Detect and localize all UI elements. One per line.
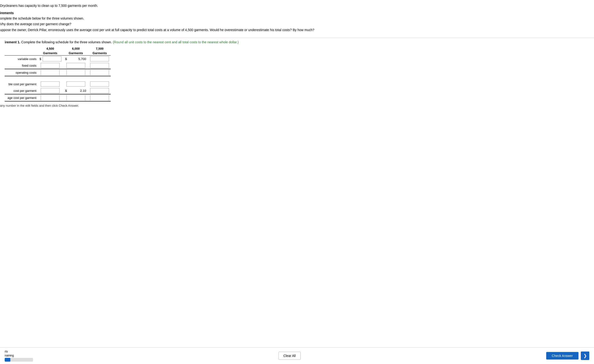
sub-header-row: Garments Garments Garments	[5, 51, 111, 56]
col-header-6000: 6,000	[63, 46, 89, 51]
intro-section: Drycleaners has capacity to clean up to …	[0, 3, 594, 10]
cell-variable-6000: $ 5,700	[63, 56, 89, 62]
cell-operating-6000	[63, 69, 89, 76]
bottom-right: Check Answer ❯	[546, 351, 589, 360]
progress-bar-container	[5, 358, 33, 362]
cell-fixed-7500	[89, 62, 111, 69]
row-label-variable: variable costs	[5, 56, 37, 62]
row-label-fixed: fixed costs	[5, 62, 37, 69]
cell-operating-4500	[37, 69, 63, 76]
input-variable-7500[interactable]	[90, 56, 109, 61]
cell-unit-average-4500	[37, 94, 63, 101]
cell-variable-4500: $	[37, 56, 63, 62]
check-answer-button[interactable]: Check Answer	[546, 352, 579, 359]
section-divider	[0, 38, 594, 38]
subheader-6000: Garments	[63, 51, 89, 56]
cell-unit-average-6000	[63, 94, 89, 101]
row-label-unit-average: age cost per garment	[5, 94, 37, 101]
table-container: 4,500 6,000 7,500 Garments Garments Garm…	[0, 46, 594, 101]
table-row-unit-fixed: cost per garment $ 2.10	[5, 87, 111, 94]
input-unit-average-4500[interactable]	[41, 95, 60, 100]
input-operating-7500[interactable]	[90, 70, 109, 75]
bottom-left: rts naining	[5, 350, 33, 362]
nav-arrow-icon: ❯	[583, 353, 587, 358]
col-header-4500: 4,500	[37, 46, 63, 51]
cell-unit-variable-4500	[37, 81, 63, 87]
nav-arrow-button[interactable]: ❯	[581, 351, 589, 360]
subheader-7500: Garments	[89, 51, 111, 56]
page-wrapper: Drycleaners has capacity to clean up to …	[0, 0, 594, 364]
input-unit-variable-6000[interactable]	[66, 81, 85, 87]
input-fixed-7500[interactable]	[90, 63, 109, 68]
hint-text: any number in the edit fields and then c…	[0, 101, 594, 126]
subheader-4500: Garments	[37, 51, 63, 56]
input-unit-average-7500[interactable]	[90, 95, 109, 100]
bottom-bar: rts naining Clear All Check Answer ❯	[0, 347, 594, 364]
col-header-row: 4,500 6,000 7,500	[5, 46, 111, 51]
table-row-unit-variable: ble cost per garment	[5, 81, 111, 87]
input-unit-fixed-7500[interactable]	[90, 88, 109, 93]
dollar-unit-fixed-6000: $	[65, 88, 67, 93]
cell-unit-variable-6000	[63, 81, 89, 87]
parts-label: rts	[5, 350, 33, 353]
progress-bar-bg	[5, 358, 33, 362]
cell-variable-7500	[89, 56, 111, 62]
table-row-operating: operating costs	[5, 69, 111, 76]
cell-unit-fixed-6000: $ 2.10	[63, 87, 89, 94]
input-fixed-4500[interactable]	[41, 63, 60, 68]
req-item-1: omplete the schedule below for the three…	[0, 16, 589, 21]
cost-table: 4,500 6,000 7,500 Garments Garments Garm…	[5, 46, 111, 101]
input-variable-4500[interactable]	[43, 56, 61, 61]
input-unit-variable-7500[interactable]	[90, 81, 109, 87]
table-row-variable: variable costs $ $ 5,700	[5, 56, 111, 62]
input-fixed-6000[interactable]	[66, 63, 85, 68]
req-item-2: Vhy does the average cost per garment ch…	[0, 21, 589, 27]
empty-header	[5, 46, 37, 51]
req-item-3: uppose the owner, Derrick Pillar, errone…	[0, 27, 589, 33]
cell-operating-7500	[89, 69, 111, 76]
req1-header: irement 1. Complete the following schedu…	[0, 40, 594, 44]
cell-unit-fixed-4500	[37, 87, 63, 94]
dollar-variable-6000: $	[65, 57, 67, 61]
input-unit-average-6000[interactable]	[66, 95, 85, 100]
cell-unit-variable-7500	[89, 81, 111, 87]
spacer-row	[5, 76, 111, 81]
col-header-7500: 7,500	[89, 46, 111, 51]
req1-note: (Round all unit costs to the nearest cen…	[113, 40, 239, 44]
value-variable-6000: 5,700	[68, 56, 87, 61]
row-label-operating: operating costs	[5, 69, 37, 76]
cell-fixed-4500	[37, 62, 63, 69]
dollar-variable-4500: $	[39, 57, 42, 61]
clear-all-button[interactable]: Clear All	[278, 352, 301, 360]
cell-unit-average-7500	[89, 94, 111, 101]
intro-line1: Drycleaners has capacity to clean up to …	[0, 3, 589, 8]
requirements-section: irements omplete the schedule below for …	[0, 10, 594, 35]
progress-bar-fill	[5, 358, 10, 362]
requirements-title: irements	[0, 11, 589, 15]
row-label-unit-fixed: cost per garment	[5, 87, 37, 94]
input-unit-fixed-4500[interactable]	[41, 88, 60, 93]
cell-unit-fixed-7500	[89, 87, 111, 94]
input-operating-6000[interactable]	[66, 70, 85, 75]
row-label-unit-variable: ble cost per garment	[5, 81, 37, 87]
req1-label: irement 1. Complete the following schedu…	[5, 40, 239, 44]
input-unit-variable-4500[interactable]	[41, 81, 60, 87]
remaining-label: naining	[5, 354, 33, 357]
cell-fixed-6000	[63, 62, 89, 69]
input-operating-4500[interactable]	[41, 70, 60, 75]
table-row-fixed: fixed costs	[5, 62, 111, 69]
bottom-center: Clear All	[278, 352, 301, 360]
req1-label-bold: irement 1.	[5, 40, 20, 44]
empty-subheader	[5, 51, 37, 56]
value-unit-fixed-6000: 2.10	[68, 88, 87, 93]
requirements-list: omplete the schedule below for the three…	[0, 16, 589, 33]
spacer-cell	[5, 76, 111, 81]
table-row-unit-average: age cost per garment	[5, 94, 111, 101]
